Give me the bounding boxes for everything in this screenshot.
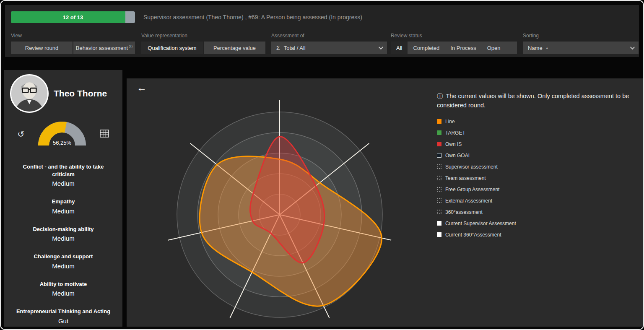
back-button[interactable]: ← (137, 82, 147, 94)
legend-list: LineTARGETOwn ISOwn GOALSupervisor asses… (437, 119, 639, 238)
legend-swatch-solid (437, 142, 441, 146)
sorting-group: Sorting Name ▲ (523, 33, 639, 54)
legend-label: TARGET (445, 130, 465, 136)
legend-swatch-solid (437, 232, 441, 237)
info-icon: ⓘ (437, 93, 443, 99)
review-status-group: Review status All Completed In Process O… (391, 33, 517, 54)
legend-item[interactable]: Team assessment (437, 175, 639, 181)
legend-swatch-dotted (437, 198, 441, 203)
topbar-title-row: 12 of 13 Supervisor assessment (Theo Tho… (11, 11, 633, 23)
competency-item: Decision-making abilityMedium (4, 226, 122, 242)
legend-item[interactable]: Own IS (437, 141, 639, 147)
sigma-icon: Σ (276, 44, 280, 51)
legend-item[interactable]: External Assessment (437, 198, 639, 204)
topbar: 12 of 13 Supervisor assessment (Theo Tho… (5, 5, 639, 57)
behavior-assessment-button[interactable]: Behavior assessmentⓘ (73, 42, 135, 54)
refresh-button[interactable]: ↺ (17, 129, 26, 139)
competency-name: Decision-making ability (15, 226, 112, 233)
legend-item[interactable]: Current Supervisor Assessment (437, 221, 639, 226)
gauge-row: ↺ 56,25% (4, 120, 122, 148)
sorting-label: Sorting (523, 33, 639, 39)
app-frame: 12 of 13 Supervisor assessment (Theo Tho… (0, 0, 644, 330)
assessment-of-group: Assessment of Σ Total / All (271, 33, 387, 54)
legend-item[interactable]: Supervisor assessment (437, 164, 639, 170)
assessment-progress-bar: 12 of 13 (11, 11, 135, 23)
competency-value: Medium (4, 208, 122, 215)
legend-item[interactable]: Own GOAL (437, 153, 639, 159)
percentage-value-button[interactable]: Percentage value (204, 42, 265, 54)
competency-item: Challenge and supportMedium (4, 253, 122, 270)
status-completed-button[interactable]: Completed (408, 42, 445, 54)
page-title: Supervisor assessment (Theo Thorne) , #6… (143, 14, 362, 21)
competency-name: Entrepreneurial Thinking and Acting (15, 308, 112, 315)
review-status-label: Review status (391, 33, 517, 39)
legend-item[interactable]: Line (437, 119, 639, 125)
competency-item: Conflict - and the ability to take criti… (4, 163, 122, 187)
competency-value: Gut (4, 317, 122, 325)
qualification-system-button[interactable]: Qualification system (141, 42, 203, 54)
status-all-button[interactable]: All (391, 42, 408, 54)
legend-swatch-solid (437, 130, 441, 135)
completion-gauge: 56,25% (36, 120, 88, 148)
status-in-process-button[interactable]: In Process (445, 42, 481, 54)
status-open-button[interactable]: Open (482, 42, 506, 54)
behavior-assessment-label: Behavior assessment (76, 45, 128, 52)
view-label: View (11, 33, 135, 39)
radar-series-line (200, 156, 382, 307)
sort-ascending-icon: ▲ (545, 46, 549, 50)
competency-name: Ability to motivate (15, 281, 112, 288)
competency-name: Empathy (15, 198, 112, 205)
legend-info: ⓘThe current values will be shown. Only … (437, 92, 639, 110)
review-round-button[interactable]: Review round (11, 42, 73, 54)
person-header: Theo Thorne (4, 70, 122, 113)
legend-panel: ⓘThe current values will be shown. Only … (437, 92, 639, 238)
assessment-of-label: Assessment of (271, 33, 387, 39)
legend-swatch-dotted (437, 164, 441, 169)
table-icon (100, 130, 109, 138)
competency-name: Conflict - and the ability to take criti… (15, 163, 112, 178)
legend-item[interactable]: Current 360°Assessment (437, 232, 639, 238)
legend-label: Own IS (445, 141, 462, 147)
progress-label: 12 of 13 (11, 11, 135, 23)
legend-item[interactable]: 360°assessment (437, 209, 639, 215)
legend-swatch-dotted (437, 187, 441, 192)
competency-item: Ability to motivateMedium (4, 281, 122, 297)
view-toggle: Review round Behavior assessmentⓘ (11, 42, 135, 54)
competency-value: Medium (4, 235, 122, 242)
chevron-down-icon (630, 45, 635, 49)
competency-item: EmpathyMedium (4, 198, 122, 215)
avatar-placeholder-image (11, 75, 47, 112)
competency-value: Medium (4, 262, 122, 270)
value-representation-group: Value representation Qualification syste… (141, 33, 265, 54)
legend-item[interactable]: Free Group Assessment (437, 187, 639, 192)
person-name: Theo Thorne (54, 88, 107, 99)
refresh-icon: ↺ (18, 130, 25, 139)
sorting-select[interactable]: Name ▲ (523, 42, 639, 54)
competency-list: Conflict - and the ability to take criti… (4, 163, 122, 325)
legend-swatch-solid (437, 221, 441, 226)
competency-item: Entrepreneurial Thinking and ActingGut (4, 308, 122, 325)
legend-label: Current Supervisor Assessment (445, 221, 516, 226)
radar-series-own-is (250, 137, 324, 263)
legend-swatch-solid (437, 153, 441, 158)
legend-swatch-dotted (437, 210, 441, 214)
legend-swatch-solid (437, 119, 441, 124)
person-sidebar: Theo Thorne ↺ 56,25% Conflict - and the … (4, 70, 122, 327)
legend-label: Supervisor assessment (445, 164, 498, 170)
legend-item[interactable]: TARGET (437, 130, 639, 136)
competency-value: Medium (4, 180, 122, 187)
legend-label: Free Group Assessment (445, 187, 499, 192)
review-status-filter: All Completed In Process Open (391, 42, 517, 54)
chevron-down-icon (379, 45, 383, 49)
table-view-button[interactable] (99, 129, 110, 140)
sorting-value: Name (528, 45, 543, 51)
competency-value: Medium (4, 290, 122, 297)
assessment-of-select[interactable]: Σ Total / All (271, 42, 387, 54)
legend-label: Line (445, 119, 455, 125)
legend-label: 360°assessment (445, 209, 483, 215)
legend-swatch-dotted (437, 176, 441, 180)
legend-info-text: The current values will be shown. Only c… (437, 93, 629, 109)
radar-panel: ← ⓘThe current values will be shown. Onl… (127, 78, 643, 327)
legend-label: Own GOAL (445, 153, 471, 159)
assessment-of-value: Total / All (284, 45, 306, 51)
